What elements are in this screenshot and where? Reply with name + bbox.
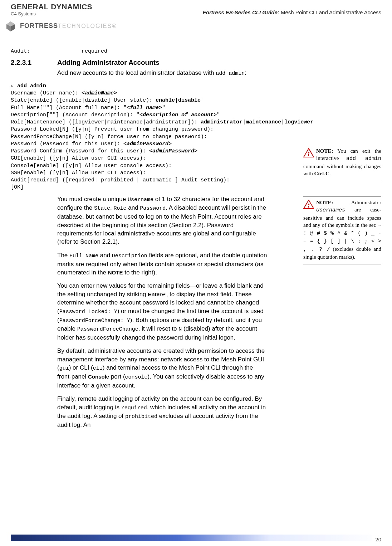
code-fullname: <full name>: [127, 105, 162, 111]
code-description: <description of account>: [139, 112, 217, 118]
p2t4: to the right).: [123, 269, 157, 276]
p1c4: Password: [140, 205, 166, 211]
code-l05c: ": [217, 112, 220, 118]
p4c2: cli: [93, 365, 103, 371]
svg-rect-8: [308, 206, 309, 208]
code-prompt: #: [11, 83, 17, 89]
section-number: 2.2.3.1: [11, 59, 57, 67]
p4t2: ) or CLI (: [69, 364, 93, 371]
note1-code: add admin: [346, 156, 381, 162]
fortress-brand-main: FORTRESS: [20, 22, 58, 29]
code-administrator: administrator: [201, 119, 242, 125]
p3c2: PasswordForceChange: Y: [59, 318, 130, 324]
code-l02a: Username (User name):: [11, 90, 82, 96]
fragment-audit-line: Audit: required: [11, 48, 381, 55]
svg-rect-5: [308, 154, 309, 156]
p3c3: PasswordForceChange: [77, 326, 138, 332]
logo-c4-systems: C4 Systems: [11, 11, 36, 16]
paragraph-remaining-fields: You can enter new values for the remaini…: [57, 282, 268, 342]
header-logo-block: GENERAL DYNAMICS C4 Systems: [11, 3, 92, 16]
code-console: Console[enable] ([y|n] Allow user consol…: [11, 163, 172, 169]
note-ctrl-c: NOTE: You can exit the interactive add a…: [303, 145, 381, 181]
code-maintenance: maintenance: [246, 119, 281, 125]
p3c1: Password Locked: Y: [59, 309, 117, 315]
code-logviewer: logviewer: [284, 119, 313, 125]
code-ssh: SSH[enable] ([y|n] Allow user CLI access…: [11, 170, 146, 176]
p1t1: You must create a unique: [57, 196, 128, 203]
footer-gradient-bar: [11, 535, 381, 541]
code-add-admin: add admin: [17, 83, 46, 89]
fortress-brand-bar: FORTRESSTECHNOLOGIES®: [0, 16, 392, 34]
page-header: GENERAL DYNAMICS C4 Systems Fortress ES-…: [0, 0, 392, 16]
fortress-logo-icon: [4, 19, 17, 32]
code-ok: [OK]: [11, 184, 24, 190]
p2t1: The: [57, 252, 69, 259]
note2-label: NOTE:: [316, 200, 333, 205]
fortress-brand-text: FORTRESSTECHNOLOGIES®: [20, 22, 117, 30]
intro-text-a: Add new accounts to the local administra…: [57, 69, 216, 76]
code-l10a: Password Confirm (Password for this user…: [11, 148, 149, 154]
paragraph-audit-logging: Finally, remote audit logging of activit…: [57, 395, 268, 429]
code-pipe1: |: [175, 97, 178, 103]
p2c2: Description: [112, 253, 147, 259]
guide-title-bold: Fortress ES-Series CLI Guide:: [203, 9, 279, 15]
code-adminpassword2: <adminPassword>: [149, 148, 197, 154]
paragraph-default-access: By default, administrative accounts are …: [57, 347, 268, 390]
p5c1: required: [121, 405, 147, 411]
p1c1: Username: [128, 197, 153, 203]
code-gui: GUI[enable] ([y|n] Allow user GUI access…: [11, 155, 146, 161]
code-l06a: Role[Maintenance] ([logviewer|maintenanc…: [11, 119, 201, 125]
svg-point-4: [308, 152, 309, 153]
guide-title-rest: Mesh Point CLI and Administrative Access: [279, 9, 381, 15]
page-number: 20: [372, 536, 381, 542]
section-title: Adding Administrator Accounts: [57, 59, 160, 66]
p3t5: , it will reset to: [138, 325, 178, 332]
code-l04c: ": [162, 105, 165, 111]
intro-code: add admin: [216, 70, 245, 77]
p2t2: and: [98, 252, 112, 259]
p1c3: Role: [113, 205, 126, 211]
code-l05a: Description[""] (Account description): ": [11, 112, 139, 118]
p3c4: N: [178, 326, 182, 332]
p4t4: port (: [109, 373, 125, 380]
code-pwlocked: Password Locked[N] ([y|n] Prevent user f…: [11, 126, 214, 132]
code-l03a: State[enable] ([enable|disable] User sta…: [11, 97, 156, 103]
code-pipe2: |: [242, 119, 246, 125]
p2c1: Full Name: [69, 253, 98, 259]
p5c2: prohibited: [125, 414, 157, 420]
code-pipe3: |: [281, 119, 284, 125]
warning-icon: [303, 148, 314, 159]
section-heading: 2.2.3.1Adding Administrator Accounts: [11, 59, 381, 67]
guide-title: Fortress ES-Series CLI Guide: Mesh Point…: [203, 3, 381, 15]
p4b1: Console: [88, 374, 109, 380]
code-l04a: Full Name[""] (Account full name): ": [11, 105, 127, 111]
note-usernames: NOTE: Administrator Usernames are case-s…: [303, 196, 381, 264]
p4c3: console: [125, 374, 148, 380]
note1-label: NOTE:: [316, 148, 333, 154]
code-enable: enable: [156, 97, 175, 103]
intro-text-b: :: [245, 69, 246, 76]
code-adminpassword1: <adminPassword>: [123, 141, 172, 147]
logo-general-dynamics: GENERAL DYNAMICS: [11, 3, 92, 10]
paragraph-unique-username: You must create a unique Username of 1 t…: [57, 195, 268, 246]
svg-point-7: [308, 204, 309, 205]
p2b1: NOTE: [108, 269, 123, 276]
note2-usernames: Usernames: [316, 207, 345, 213]
paragraph-fullname-desc: The Full Name and Description fields are…: [57, 251, 268, 277]
code-pwforce: PasswordForceChange[N] ([y|n] force user…: [11, 134, 207, 140]
code-l09a: Password (Password for this user):: [11, 141, 123, 147]
code-adminname: <adminName>: [82, 90, 117, 96]
code-disable: disable: [178, 97, 201, 103]
p3b1: Enter↵: [148, 291, 166, 297]
note1-ctrlc: Ctrl-C: [314, 171, 329, 176]
warning-icon: [303, 200, 314, 211]
intro-paragraph: Add new accounts to the local administra…: [57, 69, 268, 78]
p4c1: gui: [59, 365, 69, 371]
note1-t3: .: [329, 171, 331, 176]
p1t4: and: [127, 204, 140, 211]
code-audit: Audit[required] ([required| prohibited |…: [11, 177, 230, 183]
fortress-brand-tech: TECHNOLOGIES®: [58, 23, 117, 29]
note2-t1: Administrator: [333, 200, 381, 205]
p1c2: State: [94, 205, 110, 211]
